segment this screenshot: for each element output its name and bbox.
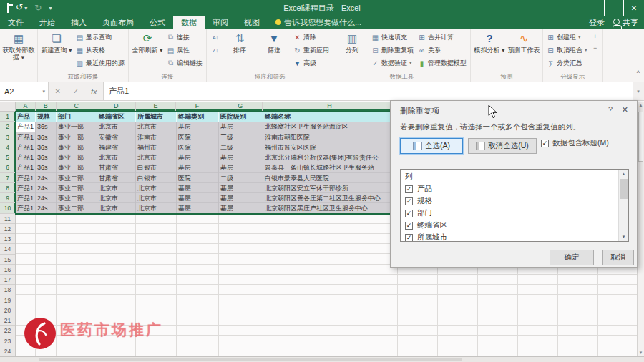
ribbon-button-remove-duplicates[interactable]: ⊟删除重复项 (370, 44, 415, 57)
cell[interactable]: 甘肃省 (97, 173, 136, 183)
ribbon-button-group[interactable]: ⊞创建组▾ (545, 31, 589, 44)
cell[interactable]: 36s (36, 122, 57, 132)
checkbox-checked-icon[interactable]: ✓ (405, 210, 413, 217)
column-header-C[interactable]: C (57, 102, 97, 111)
cell[interactable]: 北京市 (97, 193, 136, 203)
ribbon-button-reapply[interactable]: ↻重新应用 (292, 44, 331, 57)
cell[interactable]: 产品1 (16, 173, 36, 183)
table-header-row[interactable]: 产品规格部门终端省区所属城市终端类别医院级别终端名称 (16, 112, 398, 122)
row-header-5[interactable]: 5 (0, 152, 15, 162)
tab-view[interactable]: 视图 (236, 16, 268, 29)
ribbon-button-consolidate[interactable]: ⊞合并计算 (416, 31, 468, 44)
ribbon-button-recent-sources[interactable]: ▥最近使用的源 (74, 57, 126, 69)
maximize-button[interactable] (604, 0, 624, 16)
tab-insert[interactable]: 插入 (63, 16, 94, 29)
header-cell[interactable]: 规格 (36, 112, 57, 122)
ribbon-button-filter[interactable]: ▼筛选 (258, 30, 291, 54)
cell[interactable]: 甘肃省 (97, 162, 136, 172)
cell[interactable]: 医院 (177, 142, 219, 152)
cell[interactable]: 安徽省 (97, 132, 136, 142)
active-cell[interactable]: 产品1 (16, 122, 36, 132)
header-cell[interactable]: 终端名称 (263, 112, 398, 122)
row-header-19[interactable]: 19 (0, 295, 15, 305)
cell[interactable]: 基层 (219, 203, 263, 213)
column-header-F[interactable]: F (176, 102, 218, 111)
cell[interactable]: 基层 (177, 152, 219, 162)
cell[interactable]: 产品1 (16, 183, 36, 193)
cell[interactable]: 产品1 (16, 152, 36, 162)
cell[interactable]: 福州市晋安区医院 (263, 142, 398, 152)
cell[interactable]: 白银市 (136, 162, 177, 172)
cell[interactable]: 事业二部 (57, 193, 97, 203)
row-header-23[interactable]: 23 (0, 336, 15, 346)
horizontal-scrollbar[interactable] (0, 356, 644, 362)
row-header-6[interactable]: 6 (0, 162, 15, 172)
row-header-18[interactable]: 18 (0, 285, 15, 295)
tab-formulas[interactable]: 公式 (142, 16, 173, 29)
table-row[interactable]: 产品124s事业二部北京市北京市基层基层北京朝阳区善各庄第二社区卫生服务中心 (16, 193, 398, 203)
cell[interactable]: 北京市 (97, 203, 136, 213)
vertical-scrollbar[interactable]: ▲ ▼ (637, 102, 644, 356)
row-header-8[interactable]: 8 (0, 183, 15, 193)
cell[interactable]: 基层 (177, 203, 219, 213)
sort-descending-icon[interactable]: Z↓ (209, 45, 222, 57)
cell[interactable]: 事业二部 (57, 183, 97, 193)
cell[interactable]: 产品1 (16, 203, 36, 213)
cell[interactable]: 基层 (219, 193, 263, 203)
cell[interactable]: 基层 (219, 183, 263, 193)
row-header-4[interactable]: 4 (0, 142, 15, 152)
formula-bar-expand-icon[interactable]: ▾ (633, 82, 644, 100)
scroll-up-icon[interactable]: ▲ (619, 172, 628, 176)
cell[interactable]: 36s (36, 162, 57, 172)
cell[interactable]: 基层 (219, 162, 263, 172)
ribbon-button-refresh-all[interactable]: ⟳全部刷新 ▾ (131, 30, 164, 54)
cell[interactable]: 北京朝阳区安立军休干部诊所 (263, 183, 398, 193)
header-cell[interactable]: 部门 (57, 112, 97, 122)
hide-detail-icon[interactable]: − (590, 44, 600, 53)
ribbon-button-relationships[interactable]: ∞关系 (416, 44, 468, 57)
table-row[interactable]: 产品136s事业一部福建省福州市医院二级福州市晋安区医院 (16, 142, 398, 152)
cell[interactable]: 北蜂窝社区卫生服务站海淀区 (263, 122, 398, 132)
sign-in-button[interactable]: 登录 (589, 17, 605, 28)
formula-input[interactable]: 产品1 (104, 82, 633, 100)
checkbox-checked-icon[interactable]: ✓ (405, 222, 413, 230)
cell[interactable]: 北京市 (97, 183, 136, 193)
insert-function-icon[interactable]: fx (91, 87, 97, 96)
ribbon-button-forecast-sheet[interactable]: ∿预测工作表 (507, 30, 540, 54)
header-cell[interactable]: 所属城市 (136, 112, 177, 122)
ribbon-button-edit-links[interactable]: ⧉编辑链接 (165, 57, 204, 69)
cell[interactable]: 产品1 (16, 162, 36, 172)
tab-data[interactable]: 数据 (173, 16, 205, 29)
vertical-scroll-thumb[interactable] (638, 112, 643, 162)
cell[interactable]: 基层 (219, 152, 263, 162)
cell[interactable]: 产品1 (16, 193, 36, 203)
scroll-down-icon[interactable]: ▼ (638, 351, 644, 355)
cell[interactable]: 医院 (177, 132, 219, 142)
cell[interactable]: 三级 (219, 132, 263, 142)
cell[interactable]: 24s (36, 203, 57, 213)
ok-button[interactable]: 确定 (550, 250, 594, 265)
ribbon-button-text-to-columns[interactable]: ▥分列 (336, 30, 369, 54)
checkbox-checked-icon[interactable]: ✓ (405, 185, 413, 193)
cell[interactable]: 福建省 (97, 142, 136, 152)
close-button[interactable]: ✕ (624, 0, 644, 16)
name-box[interactable]: A2 ▾ (0, 82, 49, 100)
ribbon-button-clear-filter[interactable]: ✕清除 (292, 31, 331, 44)
table-row[interactable]: 产品136s事业一部甘肃省白银市基层基层景泰县一条山镇长城路社区卫生服务站 (16, 162, 398, 172)
select-all-button[interactable]: 全选(A) (400, 138, 463, 154)
scroll-up-icon[interactable]: ▲ (638, 103, 644, 107)
cell[interactable]: 产品1 (16, 142, 36, 152)
ribbon-button-connections[interactable]: ⧉连接 (165, 31, 204, 44)
cell[interactable]: 北京朝阳区黑庄户社区卫生服务中心 (263, 203, 398, 213)
enter-entry-icon[interactable]: ✓ (73, 87, 79, 95)
cell[interactable]: 24s (36, 193, 57, 203)
cell[interactable]: 北京市 (136, 122, 177, 132)
ribbon-button-what-if-analysis[interactable]: ?模拟分析 ▾ (473, 30, 506, 54)
tab-home[interactable]: 开始 (31, 16, 63, 29)
show-detail-icon[interactable]: + (590, 32, 600, 41)
header-cell[interactable]: 终端类别 (177, 112, 219, 122)
cell[interactable]: 产品1 (16, 132, 36, 142)
tab-file[interactable]: 文件 (0, 16, 31, 29)
cell[interactable]: 淮南市 (136, 132, 177, 142)
collapse-ribbon-button[interactable]: ^ (637, 69, 640, 77)
